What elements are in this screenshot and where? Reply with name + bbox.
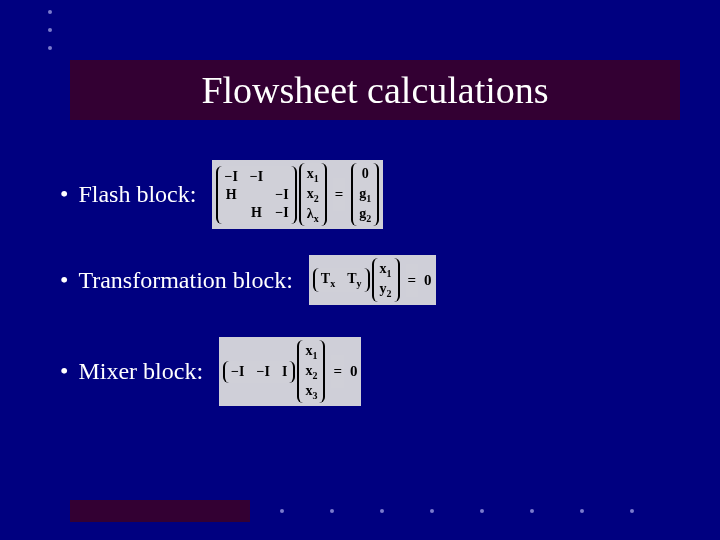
bullet-transformation: • Transformation block: Tx Ty x1 y2 = 0: [60, 255, 690, 305]
bullet-dot: •: [60, 181, 68, 208]
flash-equation: −I−I H−I H−I x1 x2 λx = 0 g1 g2: [212, 160, 383, 229]
slide-title: Flowsheet calculations: [201, 68, 548, 112]
transformation-label: Transformation block:: [78, 267, 292, 294]
title-bar: Flowsheet calculations: [70, 60, 680, 120]
decorative-dots-horizontal: [280, 509, 634, 513]
bullet-mixer: • Mixer block: −I −I I x1 x2 x3 = 0: [60, 337, 690, 406]
bullet-dot: •: [60, 358, 68, 385]
footer-accent-block: [70, 500, 250, 522]
bullet-dot: •: [60, 267, 68, 294]
mixer-label: Mixer block:: [78, 358, 203, 385]
content-area: • Flash block: −I−I H−I H−I x1 x2 λx = 0…: [60, 160, 690, 436]
mixer-equation: −I −I I x1 x2 x3 = 0: [219, 337, 361, 406]
footer-decoration: [0, 500, 720, 522]
decorative-dots-vertical: [48, 10, 52, 64]
bullet-flash: • Flash block: −I−I H−I H−I x1 x2 λx = 0…: [60, 160, 690, 229]
transformation-equation: Tx Ty x1 y2 = 0: [309, 255, 436, 305]
flash-label: Flash block:: [78, 181, 196, 208]
